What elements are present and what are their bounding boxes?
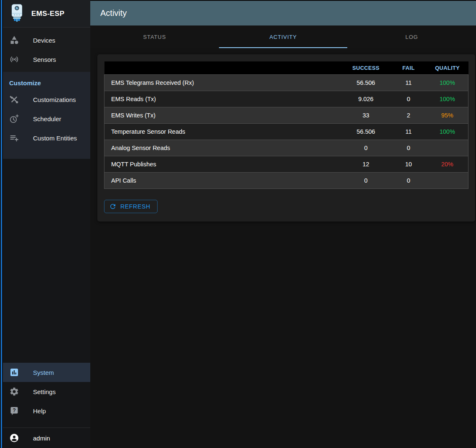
sidebar-item-label: Sensors — [33, 56, 56, 63]
column-header-label — [104, 61, 341, 75]
activity-card: SUCCESS FAIL QUALITY EMS Telegrams Recei… — [97, 54, 475, 221]
row-success: 0 — [341, 173, 391, 189]
sidebar-main-section: Devices Sensors — [3, 28, 90, 72]
quality-value: 100% — [440, 96, 455, 102]
table-row: API Calls 0 0 — [104, 173, 468, 189]
clock-plus-icon — [9, 114, 19, 124]
topbar: Activity — [90, 0, 476, 25]
row-label: EMS Telegrams Received (Rx) — [104, 75, 341, 91]
refresh-button-label: REFRESH — [120, 203, 150, 210]
app-root: EMS-ESP Devices — [0, 0, 476, 448]
playlist-add-icon — [9, 133, 19, 143]
row-label: MQTT Publishes — [104, 156, 341, 173]
sidebar-item-label: Customizations — [33, 96, 76, 103]
construction-tools-icon — [9, 94, 19, 104]
sidebar-item-scheduler[interactable]: Scheduler — [3, 109, 90, 128]
row-fail: 11 — [391, 75, 427, 91]
help-bubble-icon: ? — [9, 406, 19, 416]
quality-value: 95% — [441, 112, 453, 119]
sidebar-item-sensors[interactable]: Sensors — [3, 50, 90, 69]
table-row: MQTT Publishes 12 10 20% — [104, 156, 468, 173]
app-title: EMS-ESP — [31, 10, 64, 18]
row-label: EMS Writes (Tx) — [104, 107, 341, 124]
sidebar-user-admin[interactable]: admin — [3, 428, 90, 448]
account-circle-icon — [9, 433, 19, 443]
sensors-icon — [9, 54, 19, 64]
row-quality: 100% — [427, 75, 468, 91]
refresh-button[interactable]: REFRESH — [104, 200, 158, 213]
table-row: Temperature Sensor Reads 56.506 11 100% — [104, 124, 468, 140]
user-label: admin — [33, 435, 50, 442]
sidebar-header: EMS-ESP — [3, 0, 90, 28]
sidebar-item-label: Settings — [33, 388, 56, 395]
tab-log[interactable]: LOG — [347, 25, 476, 48]
row-fail: 0 — [391, 140, 427, 156]
row-success: 33 — [341, 107, 391, 124]
table-row: EMS Writes (Tx) 33 2 95% — [104, 107, 468, 124]
row-quality: 100% — [427, 124, 468, 140]
row-label: Analog Sensor Reads — [104, 140, 341, 156]
sidebar-customize-section: Customize Customizations — [3, 72, 90, 159]
sidebar-item-label: System — [33, 369, 54, 376]
refresh-icon — [109, 203, 117, 210]
row-success: 9.026 — [341, 91, 391, 107]
sidebar-item-label: Devices — [33, 37, 55, 44]
sidebar-item-devices[interactable]: Devices — [3, 31, 90, 50]
column-header-quality: QUALITY — [427, 61, 468, 75]
quality-value: 20% — [441, 161, 453, 168]
sidebar-item-custom-entities[interactable]: Custom Entities — [3, 128, 90, 148]
row-quality: 100% — [427, 91, 468, 107]
row-success: 56.506 — [341, 124, 391, 140]
row-success: 0 — [341, 140, 391, 156]
sidebar-item-system[interactable]: System — [3, 363, 90, 382]
quality-value: 100% — [440, 128, 455, 135]
row-quality — [427, 173, 468, 189]
activity-table-header: SUCCESS FAIL QUALITY — [104, 61, 468, 75]
table-row: EMS Reads (Tx) 9.026 0 100% — [104, 91, 468, 107]
customize-section-header: Customize — [3, 72, 90, 90]
ems-esp-boiler-logo-icon — [9, 3, 25, 24]
row-fail: 0 — [391, 173, 427, 189]
main-area: Activity STATUS ACTIVITY LOG SUCCESS FAI… — [90, 0, 476, 448]
tab-activity[interactable]: ACTIVITY — [219, 25, 348, 48]
devices-category-icon — [9, 35, 19, 45]
column-header-success: SUCCESS — [341, 61, 391, 75]
row-label: Temperature Sensor Reads — [104, 124, 341, 140]
row-fail: 2 — [391, 107, 427, 124]
sidebar-item-label: Help — [33, 407, 46, 415]
sidebar-item-help[interactable]: ? Help — [3, 401, 90, 420]
table-row: EMS Telegrams Received (Rx) 56.506 11 10… — [104, 75, 468, 91]
row-quality: 95% — [427, 107, 468, 124]
bar-chart-icon — [9, 367, 19, 377]
table-row: Analog Sensor Reads 0 0 — [104, 140, 468, 156]
row-success: 12 — [341, 156, 391, 173]
row-fail: 10 — [391, 156, 427, 173]
sidebar-item-settings[interactable]: Settings — [3, 382, 90, 401]
row-label: EMS Reads (Tx) — [104, 91, 341, 107]
row-label: API Calls — [104, 173, 341, 189]
row-quality — [427, 140, 468, 156]
svg-text:?: ? — [13, 407, 16, 413]
window-edge-strip — [0, 0, 3, 448]
page-title: Activity — [100, 8, 127, 18]
tab-bar: STATUS ACTIVITY LOG — [90, 25, 476, 48]
column-header-fail: FAIL — [391, 61, 427, 75]
quality-value: 100% — [440, 79, 455, 86]
sidebar-item-label: Custom Entities — [33, 135, 77, 142]
sidebar-item-label: Scheduler — [33, 115, 61, 122]
sidebar-bottom-section: System Settings ? Help — [3, 363, 90, 428]
row-quality: 20% — [427, 156, 468, 173]
gear-icon — [9, 387, 19, 397]
sidebar-item-customizations[interactable]: Customizations — [3, 90, 90, 109]
row-fail: 11 — [391, 124, 427, 140]
row-fail: 0 — [391, 91, 427, 107]
row-success: 56.506 — [341, 75, 391, 91]
sidebar: EMS-ESP Devices — [3, 0, 90, 448]
tab-status[interactable]: STATUS — [90, 25, 219, 48]
sidebar-spacer — [3, 159, 90, 363]
activity-table: SUCCESS FAIL QUALITY EMS Telegrams Recei… — [104, 61, 468, 189]
